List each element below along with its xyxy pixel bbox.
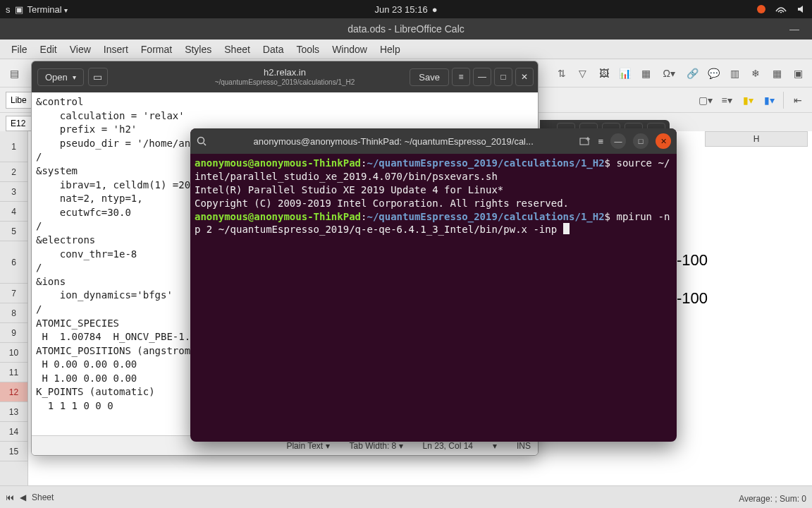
gedit-minimize-icon[interactable]: — xyxy=(473,68,491,86)
col-header-h[interactable]: H xyxy=(705,131,808,147)
activities-corner[interactable]: s xyxy=(6,4,11,15)
border-icon[interactable]: ▢▾ xyxy=(697,92,714,109)
menu-view[interactable]: View xyxy=(64,41,97,58)
split-icon[interactable]: ▦ xyxy=(768,65,785,82)
terminal-app-icon[interactable]: ▣ xyxy=(15,4,23,15)
cursor-position: Ln 23, Col 14 xyxy=(423,441,473,451)
chart-icon[interactable]: 📊 xyxy=(617,65,634,82)
terminal-title: anonymous@anonymous-ThinkPad: ~/quantumE… xyxy=(214,136,572,147)
row-header[interactable]: 4 xyxy=(0,202,27,222)
window-icon[interactable]: ▣ xyxy=(789,65,806,82)
screen-record-icon[interactable] xyxy=(757,5,765,13)
menu-window[interactable]: Window xyxy=(326,41,373,58)
menu-sheet[interactable]: Sheet xyxy=(219,41,256,58)
insert-mode[interactable]: INS xyxy=(517,441,531,451)
svg-line-1 xyxy=(204,143,206,145)
calc-minimize-icon[interactable]: — xyxy=(789,23,799,35)
row-header[interactable]: 8 xyxy=(0,303,27,323)
row-header[interactable]: 15 xyxy=(0,442,27,461)
menu-styles[interactable]: Styles xyxy=(179,41,217,58)
cell-value[interactable]: -100 xyxy=(677,289,708,308)
network-icon[interactable] xyxy=(775,4,787,14)
menu-edit[interactable]: Edit xyxy=(35,41,63,58)
cursor-icon xyxy=(563,223,570,234)
terminal-maximize-icon[interactable]: □ xyxy=(633,133,648,149)
calc-statusbar: Average: ; Sum: 0 xyxy=(739,494,806,504)
gedit-maximize-icon[interactable]: □ xyxy=(494,68,512,86)
panel-datetime[interactable]: Jun 23 15:16 xyxy=(374,4,427,15)
indent-dec-icon[interactable]: ⇤ xyxy=(789,92,806,109)
filter-icon[interactable]: ▽ xyxy=(574,65,591,82)
hamburger-icon[interactable]: ≡ xyxy=(452,68,470,86)
terminal-menu-icon[interactable]: ≡ xyxy=(598,136,603,147)
svg-point-0 xyxy=(198,138,204,144)
pivot-icon[interactable]: ▦ xyxy=(638,65,655,82)
terminal-minimize-icon[interactable]: — xyxy=(610,133,626,149)
border-style-icon[interactable]: ≡▾ xyxy=(718,92,735,109)
menu-file[interactable]: File xyxy=(6,41,33,58)
gedit-title: h2.relax.in ~/quantumEspresso_2019/calcu… xyxy=(215,67,355,87)
new-tab-icon[interactable]: ▭ xyxy=(88,68,108,86)
menu-format[interactable]: Format xyxy=(135,41,178,58)
menu-data[interactable]: Data xyxy=(257,41,290,58)
sheet-nav-first-icon[interactable]: ⏮ xyxy=(6,492,14,502)
menu-help[interactable]: Help xyxy=(374,41,406,58)
row-header[interactable]: 9 xyxy=(0,323,27,343)
row-header[interactable]: 10 xyxy=(0,343,27,363)
sheet-nav-prev-icon[interactable]: ◀ xyxy=(20,492,26,502)
highlight-color-icon[interactable]: ▮▾ xyxy=(739,92,756,109)
font-color-icon[interactable]: ▮▾ xyxy=(761,92,777,109)
gedit-subtitle: ~/quantumEspresso_2019/calculations/1_H2 xyxy=(215,78,355,87)
row-header[interactable]: 2 xyxy=(0,162,27,182)
row-header[interactable]: 3 xyxy=(0,182,27,202)
new-doc-icon[interactable]: ▤ xyxy=(6,65,23,82)
row-header-selected[interactable]: 12 xyxy=(0,382,27,402)
row-header[interactable]: 6 xyxy=(0,241,27,284)
calc-menubar: File Edit View Insert Format Styles Shee… xyxy=(0,40,812,59)
menu-tools[interactable]: Tools xyxy=(290,41,325,58)
row-header[interactable]: 5 xyxy=(0,222,27,241)
row-headers: 1 2 3 4 5 6 7 8 9 10 11 12 13 14 15 xyxy=(0,131,28,485)
hyperlink-icon[interactable]: 🔗 xyxy=(684,65,701,82)
terminal-output[interactable]: anonymous@anonymous-ThinkPad:~/quantumEs… xyxy=(190,154,677,442)
gedit-close-icon[interactable]: ✕ xyxy=(515,68,534,86)
search-icon[interactable] xyxy=(196,135,207,147)
gedit-headerbar: Open ▭ h2.relax.in ~/quantumEspresso_201… xyxy=(32,61,538,92)
lang-selector[interactable]: Plain Text ▾ xyxy=(286,441,329,451)
terminal-headerbar: anonymous@anonymous-ThinkPad: ~/quantumE… xyxy=(190,128,677,154)
freeze-icon[interactable]: ❄ xyxy=(747,65,764,82)
row-header[interactable]: 7 xyxy=(0,284,27,303)
save-button[interactable]: Save xyxy=(410,68,449,86)
row-header[interactable]: 1 xyxy=(0,131,27,162)
image-icon[interactable]: 🖼 xyxy=(596,65,613,82)
cursor-dropdown-icon[interactable]: ▾ xyxy=(493,441,497,451)
sort-icon[interactable]: ⇅ xyxy=(553,65,570,82)
row-header[interactable]: 13 xyxy=(0,402,27,422)
row-header[interactable]: 11 xyxy=(0,363,27,382)
notification-dot-icon: ● xyxy=(432,4,438,15)
calc-titlebar: data.ods - LibreOffice Calc — xyxy=(0,18,812,40)
sound-icon[interactable] xyxy=(796,4,806,14)
active-app-label[interactable]: Terminal xyxy=(27,4,68,15)
gnome-top-panel: s ▣ Terminal Jun 23 15:16 ● xyxy=(0,0,812,18)
cell-value[interactable]: -100 xyxy=(677,251,708,270)
row-header[interactable]: 14 xyxy=(0,422,27,442)
terminal-window: anonymous@anonymous-ThinkPad: ~/quantumE… xyxy=(190,128,677,442)
new-tab-icon[interactable] xyxy=(579,136,591,146)
separator xyxy=(783,92,784,109)
tab-width-selector[interactable]: Tab Width: 8 ▾ xyxy=(350,441,403,451)
headers-icon[interactable]: ▥ xyxy=(726,65,743,82)
sheet-tab[interactable]: Sheet xyxy=(32,492,54,502)
menu-insert[interactable]: Insert xyxy=(98,41,134,58)
omega-icon[interactable]: Ω▾ xyxy=(659,65,679,82)
comment-icon[interactable]: 💬 xyxy=(705,65,722,82)
open-button[interactable]: Open xyxy=(37,68,84,86)
sheet-tab-bar: ⏮ ◀ Sheet Average: ; Sum: 0 xyxy=(0,485,812,508)
gedit-filename: h2.relax.in xyxy=(215,67,355,78)
calc-title-text: data.ods - LibreOffice Calc xyxy=(347,23,465,35)
terminal-close-icon[interactable]: ✕ xyxy=(656,133,671,149)
